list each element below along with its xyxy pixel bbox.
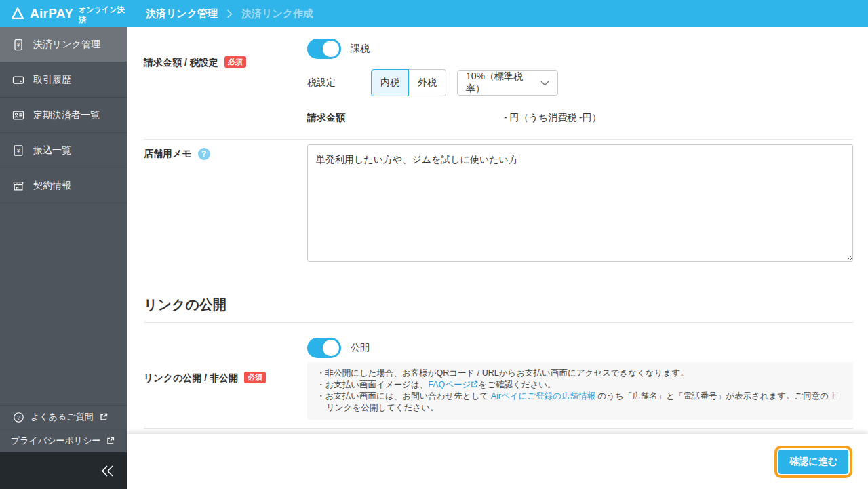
sidebar-item-privacy-policy[interactable]: プライバシーポリシー <box>0 429 127 452</box>
question-circle-icon: ? <box>11 412 26 423</box>
required-badge: 必須 <box>244 372 266 383</box>
note-line: お支払い画面イメージは、FAQページをご確認ください。 <box>317 379 844 391</box>
proceed-to-confirm-button[interactable]: 確認に進む <box>778 450 848 474</box>
sidebar-item-contract-info[interactable]: 契約情報 <box>0 168 127 203</box>
row-divider <box>144 428 853 429</box>
memo-row-label: 店舗用メモ ? <box>144 144 307 265</box>
external-link-icon <box>471 380 478 388</box>
form-area: 請求金額 / 税設定 必須 課税 税設定 内税 外税 <box>127 27 868 434</box>
chevron-right-icon <box>226 9 233 18</box>
publish-toggle-label: 公開 <box>351 342 370 354</box>
sidebar-item-payment-links[interactable]: ¥ 決済リンク管理 <box>0 27 127 62</box>
billing-row-label: 請求金額 / 税設定 必須 <box>144 39 307 125</box>
svg-text:?: ? <box>17 414 20 420</box>
airpay-logo-icon <box>10 6 25 21</box>
chevron-down-icon <box>540 77 549 88</box>
publish-notes: 非公開にした場合、お客様がQRコード / URLからお支払い画面にアクセスできな… <box>307 362 853 420</box>
app-header: AirPAY オンライン決済 決済リンク管理 決済リンク作成 <box>0 0 868 27</box>
link-publish-row: リンクの公開 / 非公開 必須 公開 非公開にした場合、お客様がQRコード / … <box>144 323 853 420</box>
publish-section-title: リンクの公開 <box>144 295 853 314</box>
sidebar-item-label: 振込一覧 <box>33 144 71 157</box>
tax-rate-select[interactable]: 10%（標準税率） <box>457 70 558 96</box>
tax-excluded-button[interactable]: 外税 <box>408 69 446 96</box>
main-content: 請求金額 / 税設定 必須 課税 税設定 内税 外税 <box>127 27 868 489</box>
sidebar-item-label: よくあるご質問 <box>31 411 94 423</box>
sidebar-item-faq[interactable]: ? よくあるご質問 <box>0 405 127 429</box>
store-memo-textarea[interactable]: 単発利用したい方や、ジムを試しに使いたい方 <box>307 144 853 262</box>
external-link-icon <box>100 413 108 421</box>
sidebar-item-label: プライバシーポリシー <box>11 435 100 447</box>
collapse-sidebar-icon[interactable] <box>101 465 115 477</box>
brand: AirPAY オンライン決済 <box>0 3 127 25</box>
breadcrumb-parent[interactable]: 決済リンク管理 <box>146 7 218 20</box>
svg-text:¥: ¥ <box>16 41 20 48</box>
toggle-knob <box>323 340 339 356</box>
taxable-toggle-label: 課税 <box>351 43 370 55</box>
amount-value: - 円（うち消費税 -円） <box>504 112 601 124</box>
help-icon[interactable]: ? <box>198 148 210 160</box>
payment-link-icon: ¥ <box>11 38 26 52</box>
sidebar-spacer <box>0 203 127 405</box>
contract-info-icon <box>11 179 26 193</box>
taxable-toggle[interactable] <box>307 39 341 59</box>
sidebar-item-label: 取引履歴 <box>33 74 71 86</box>
amount-label: 請求金額 <box>307 112 371 124</box>
sidebar: ¥ 決済リンク管理 取引履歴 <box>0 27 127 489</box>
billing-amount-row: 請求金額 / 税設定 必須 課税 税設定 内税 外税 <box>144 27 853 139</box>
action-bar: 確認に進む <box>127 434 868 489</box>
tax-rate-selected-value: 10%（標準税率） <box>466 71 540 95</box>
tax-setting-label: 税設定 <box>307 77 371 89</box>
recurring-payers-icon <box>11 109 26 122</box>
external-link-icon <box>106 437 115 445</box>
tax-mode-segment: 内税 外税 <box>371 69 446 96</box>
required-badge: 必須 <box>224 56 246 68</box>
note-line: 非公開にした場合、お客様がQRコード / URLからお支払い画面にアクセスできな… <box>317 368 844 379</box>
toggle-knob <box>323 41 339 57</box>
publish-row-label: リンクの公開 / 非公開 必須 <box>144 338 307 420</box>
publish-label-text: リンクの公開 / 非公開 <box>144 372 238 385</box>
sidebar-item-label: 契約情報 <box>33 180 71 192</box>
transaction-history-icon <box>11 73 26 87</box>
publish-toggle[interactable] <box>307 338 341 358</box>
brand-subtitle: オンライン決済 <box>79 5 127 25</box>
sidebar-item-transaction-history[interactable]: 取引履歴 <box>0 62 127 98</box>
note-line: お支払い画面には、お問い合わせ先として Airペイにご登録の店舗情報 のうち「店… <box>317 391 844 414</box>
breadcrumb: 決済リンク管理 決済リンク作成 <box>146 7 313 20</box>
tax-included-button[interactable]: 内税 <box>371 69 409 96</box>
billing-label-text: 請求金額 / 税設定 <box>144 57 218 69</box>
faq-page-link[interactable]: FAQページ <box>428 380 471 389</box>
registered-store-info-link[interactable]: Airペイにご登録の店舗情報 <box>491 391 595 401</box>
transfer-list-icon: ¥ <box>11 144 26 157</box>
sidebar-item-recurring-payers[interactable]: 定期決済者一覧 <box>0 98 127 133</box>
sidebar-item-label: 決済リンク管理 <box>33 39 100 51</box>
sidebar-item-label: 定期決済者一覧 <box>33 109 100 121</box>
store-memo-row: 店舗用メモ ? 単発利用したい方や、ジムを試しに使いたい方 <box>144 140 853 265</box>
brand-name: AirPAY <box>30 6 73 21</box>
sidebar-item-transfer-list[interactable]: ¥ 振込一覧 <box>0 133 127 168</box>
breadcrumb-current: 決済リンク作成 <box>241 7 313 20</box>
sidebar-collapse-bar <box>0 452 127 489</box>
svg-text:¥: ¥ <box>16 147 20 154</box>
memo-label-text: 店舗用メモ <box>144 148 192 160</box>
